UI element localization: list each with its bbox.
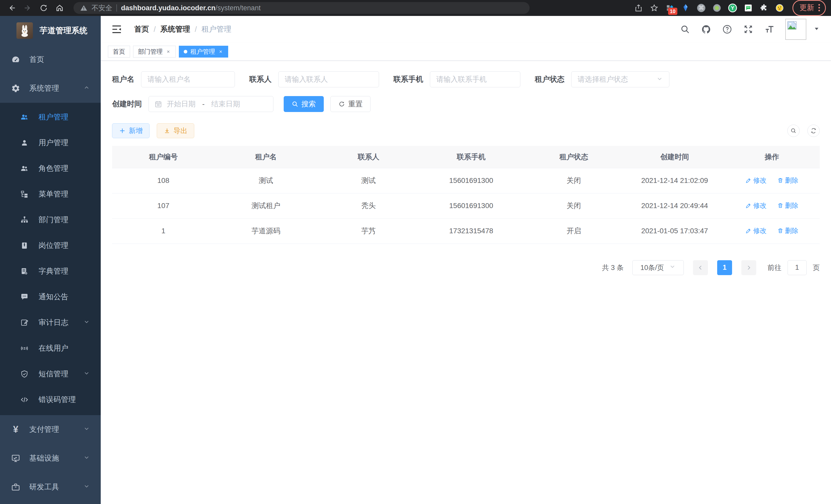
sidebar-item-online-user[interactable]: 在线用户 (0, 335, 101, 361)
reset-button[interactable]: 重置 (331, 96, 371, 112)
sidebar-collapse-icon[interactable] (111, 24, 122, 35)
edit-link[interactable]: 修改 (745, 176, 767, 185)
prev-page-button[interactable] (693, 260, 708, 275)
tab-tenant[interactable]: 租户管理 (179, 46, 228, 58)
goto-page-input[interactable] (787, 260, 807, 275)
extension-tiles-icon[interactable]: 10 (665, 4, 674, 12)
table-toolbar: 新增 导出 (112, 123, 820, 138)
refresh-table-button[interactable] (807, 125, 820, 137)
cell-created: 2021-12-14 21:02:09 (625, 168, 724, 193)
sidebar-item-label: 租户管理 (38, 112, 68, 122)
profile-avatar-icon[interactable] (775, 4, 784, 12)
sidebar-item-menu[interactable]: 菜单管理 (0, 181, 101, 207)
github-icon[interactable] (701, 24, 711, 34)
balloon-extension-icon[interactable] (681, 4, 690, 12)
edit-link[interactable]: 修改 (745, 201, 767, 210)
add-button[interactable]: 新增 (112, 123, 149, 138)
cell-actions: 修改 删除 (724, 168, 820, 193)
browser-update-button[interactable]: 更新 (793, 0, 826, 16)
toolbox-icon (11, 482, 21, 492)
show-search-button[interactable] (787, 125, 800, 137)
sidebar-item-pay[interactable]: ¥ 支付管理 (0, 415, 101, 444)
export-button[interactable]: 导出 (157, 123, 194, 138)
browser-menu-icon[interactable] (819, 4, 820, 11)
sidebar-item-system[interactable]: 系统管理 (0, 74, 101, 103)
gear-icon (11, 84, 21, 93)
breadcrumb-system[interactable]: 系统管理 (160, 24, 190, 34)
browser-back-icon[interactable] (5, 1, 19, 14)
chat-extension-icon[interactable] (744, 4, 753, 12)
mobile-label: 联系手机 (393, 74, 423, 85)
chevron-down-icon (83, 454, 90, 463)
monitor-icon (11, 453, 21, 463)
page-number-current[interactable]: 1 (717, 260, 732, 275)
create-time-range-picker[interactable]: 开始日期 - 结束日期 (148, 96, 274, 112)
cell-tenant-id: 107 (112, 193, 214, 218)
tree-icon (20, 190, 29, 199)
command-extension-icon[interactable]: ⌘ (697, 4, 706, 12)
goto-label: 前往 (768, 263, 781, 272)
edit-icon (745, 228, 752, 234)
table-row: 1 芋道源码 芋艿 17321315478 开启 2021-01-05 17:0… (112, 218, 820, 243)
page-size-select[interactable]: 10条/页 (632, 260, 684, 275)
search-icon[interactable] (680, 24, 690, 34)
col-contact: 联系人 (317, 146, 420, 168)
sidebar-item-dept[interactable]: 部门管理 (0, 207, 101, 233)
user-avatar[interactable] (785, 19, 806, 40)
avatar-caret-icon[interactable] (813, 26, 820, 33)
status-select[interactable]: 请选择租户状态 (571, 71, 669, 87)
browser-home-icon[interactable] (53, 1, 66, 14)
tab-label: 租户管理 (191, 48, 215, 56)
table-header: 租户编号 租户名 联系人 联系手机 租户状态 创建时间 操作 (112, 146, 820, 168)
sidebar-item-notice[interactable]: 通知公告 (0, 284, 101, 310)
sidebar-item-post[interactable]: 岗位管理 (0, 233, 101, 259)
browser-forward-icon[interactable] (21, 1, 34, 14)
sidebar-item-error-code[interactable]: 错误码管理 (0, 387, 101, 413)
share-icon[interactable] (634, 4, 643, 12)
contact-input[interactable] (278, 71, 379, 87)
sidebar-item-user[interactable]: 用户管理 (0, 130, 101, 156)
font-size-icon[interactable] (764, 24, 774, 34)
sidebar-item-dict[interactable]: 字典管理 (0, 259, 101, 284)
next-page-button[interactable] (741, 260, 756, 275)
sidebar-item-tenant[interactable]: 租户管理 (0, 104, 101, 130)
app-title: 芋道管理系统 (39, 25, 87, 36)
breadcrumb-home[interactable]: 首页 (134, 24, 149, 34)
sidebar-item-home[interactable]: 首页 (0, 45, 101, 74)
tab-home[interactable]: 首页 (108, 46, 130, 58)
close-icon[interactable] (218, 49, 223, 54)
fullscreen-icon[interactable] (743, 24, 753, 34)
sidebar-item-devtools[interactable]: 研发工具 (0, 473, 101, 501)
puzzle-extensions-icon[interactable] (760, 4, 768, 12)
cell-status: 关闭 (522, 193, 625, 218)
sidebar-item-audit-log[interactable]: 审计日志 (0, 310, 101, 335)
pagination-total: 共 3 条 (602, 263, 624, 272)
delete-link[interactable]: 删除 (777, 176, 798, 185)
address-bar[interactable]: 不安全 dashboard.yudao.iocoder.cn/system/te… (74, 2, 529, 14)
edit-link[interactable]: 修改 (745, 226, 767, 235)
sidebar-item-sms[interactable]: 短信管理 (0, 361, 101, 387)
calendar-icon (154, 100, 162, 108)
record-extension-icon[interactable] (713, 4, 721, 12)
mobile-input[interactable] (430, 71, 520, 87)
tenant-name-input[interactable] (141, 71, 235, 87)
audit-log-icon (20, 318, 29, 327)
help-icon[interactable] (722, 24, 732, 34)
tab-dept[interactable]: 部门管理 (133, 46, 176, 58)
browser-reload-icon[interactable] (37, 1, 50, 14)
browser-toolbar: 不安全 dashboard.yudao.iocoder.cn/system/te… (0, 0, 831, 16)
bookmark-star-icon[interactable] (650, 4, 659, 12)
cell-mobile: 15601691300 (420, 168, 522, 193)
sidebar-item-label: 部门管理 (38, 215, 68, 225)
sidebar-item-label: 支付管理 (29, 424, 59, 435)
delete-link[interactable]: 删除 (777, 201, 798, 210)
close-icon[interactable] (166, 49, 171, 54)
sidebar-item-infra[interactable]: 基础设施 (0, 444, 101, 473)
status-label: 租户状态 (535, 74, 565, 85)
search-button[interactable]: 搜索 (284, 96, 324, 112)
sidebar-item-label: 基础设施 (29, 453, 59, 464)
sidebar-item-role[interactable]: 角色管理 (0, 156, 101, 181)
y-extension-icon[interactable]: Y (728, 4, 737, 12)
delete-link[interactable]: 删除 (777, 226, 798, 235)
cell-mobile: 15601691300 (420, 193, 522, 218)
